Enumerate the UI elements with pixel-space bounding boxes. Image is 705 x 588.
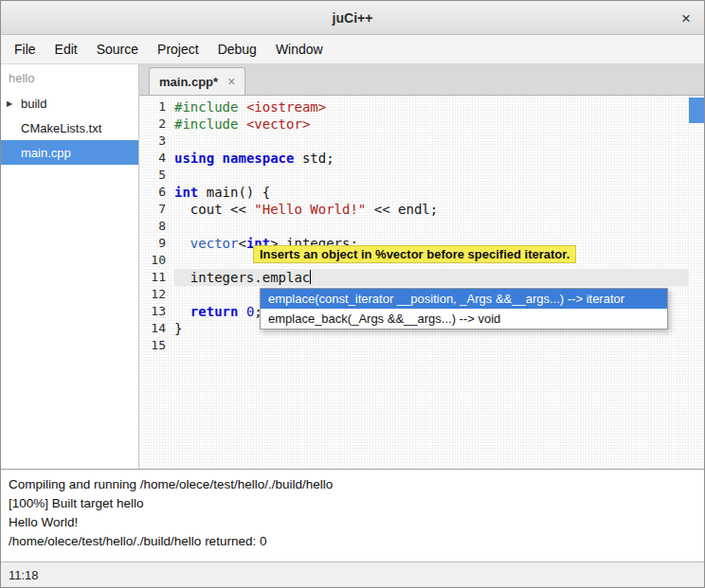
completion-item[interactable]: emplace(const_iterator __position, _Args… — [261, 289, 667, 309]
editor-scrollbar-thumb[interactable] — [689, 98, 704, 123]
editor[interactable]: 1#include <iostream>2#include <vector>34… — [139, 96, 704, 469]
window-title: juCi++ — [333, 10, 373, 26]
line-number: 7 — [139, 201, 174, 218]
cursor-position: 11:18 — [9, 568, 39, 582]
line-number: 9 — [139, 235, 174, 252]
tab-label: main.cpp* — [159, 75, 218, 89]
code-line[interactable]: 6int main() { — [139, 184, 704, 201]
code-text: using namespace std; — [174, 150, 689, 167]
line-number: 1 — [139, 98, 174, 116]
menu-item-window[interactable]: Window — [266, 35, 333, 63]
code-line[interactable]: 2#include <vector> — [139, 116, 704, 133]
sidebar: hello ▶buildCMakeLists.txtmain.cpp — [1, 64, 139, 469]
content-area: main.cpp* × 1#include <iostream>2#includ… — [139, 64, 704, 469]
menu-item-source[interactable]: Source — [87, 35, 148, 63]
main-area: hello ▶buildCMakeLists.txtmain.cpp main.… — [1, 64, 704, 469]
menu-item-debug[interactable]: Debug — [208, 35, 266, 63]
tree-item-main-cpp[interactable]: main.cpp — [1, 140, 138, 165]
code-text: integers.emplac — [174, 269, 689, 286]
tree-item-label: main.cpp — [21, 146, 71, 160]
output-line: Compiling and running /home/olece/test/h… — [9, 475, 696, 494]
line-number: 15 — [139, 337, 174, 354]
titlebar[interactable]: juCi++ × — [1, 1, 704, 35]
project-name: hello — [1, 66, 138, 91]
output-line: Hello World! — [9, 513, 696, 532]
menu-item-edit[interactable]: Edit — [45, 35, 87, 63]
expander-icon[interactable]: ▶ — [7, 99, 12, 108]
line-number: 8 — [139, 218, 174, 235]
code-text: cout << "Hello World!" << endl; — [174, 201, 689, 218]
code-line[interactable]: 7 cout << "Hello World!" << endl; — [139, 201, 704, 218]
code-line[interactable]: 1#include <iostream> — [139, 98, 704, 116]
completion-popup: emplace(const_iterator __position, _Args… — [260, 288, 668, 330]
line-number: 4 — [139, 150, 174, 167]
code-text — [174, 133, 689, 150]
output-line: /home/olece/test/hello/./build/hello ret… — [9, 532, 696, 551]
line-number: 14 — [139, 320, 174, 337]
close-icon[interactable]: × — [681, 9, 691, 26]
code-text — [174, 167, 689, 184]
output-panel: Compiling and running /home/olece/test/h… — [1, 469, 704, 561]
line-number: 12 — [139, 286, 174, 303]
line-number: 3 — [139, 133, 174, 150]
code-line[interactable]: 3 — [139, 133, 704, 150]
text-cursor — [310, 270, 311, 284]
tab-main-cpp[interactable]: main.cpp* × — [149, 67, 245, 95]
tab-close-icon[interactable]: × — [227, 75, 235, 88]
line-number: 10 — [139, 252, 174, 269]
menu-item-file[interactable]: File — [5, 35, 45, 63]
code-text: #include <iostream> — [174, 98, 689, 116]
doc-tooltip: Inserts an object in %vector before spec… — [253, 245, 576, 263]
tree-item-label: build — [21, 97, 46, 111]
line-number: 11 — [139, 269, 174, 286]
tree-item-label: CMakeLists.txt — [21, 121, 101, 135]
output-line: [100%] Built target hello — [9, 494, 696, 513]
line-number: 13 — [139, 303, 174, 320]
code-line[interactable]: 15 — [139, 337, 704, 354]
completion-item[interactable]: emplace_back(_Args &&__args...) --> void — [261, 309, 667, 329]
menu-bar: FileEditSourceProjectDebugWindow — [1, 35, 704, 64]
menu-item-project[interactable]: Project — [148, 35, 208, 63]
code-line[interactable]: 11 integers.emplac — [139, 269, 704, 286]
line-number: 2 — [139, 116, 174, 133]
code-text: #include <vector> — [174, 116, 689, 133]
line-number: 5 — [139, 167, 174, 184]
code-text — [174, 218, 689, 235]
tab-bar: main.cpp* × — [139, 64, 704, 96]
status-bar: 11:18 — [1, 561, 704, 587]
line-number: 6 — [139, 184, 174, 201]
code-line[interactable]: 4using namespace std; — [139, 150, 704, 167]
window: juCi++ × FileEditSourceProjectDebugWindo… — [0, 0, 705, 588]
file-tree: ▶buildCMakeLists.txtmain.cpp — [1, 91, 138, 165]
code-text — [174, 337, 689, 354]
tree-item-cmakelists-txt[interactable]: CMakeLists.txt — [1, 116, 138, 140]
code-line[interactable]: 5 — [139, 167, 704, 184]
code-line[interactable]: 8 — [139, 218, 704, 235]
tree-item-build[interactable]: ▶build — [1, 91, 138, 116]
code-text: int main() { — [174, 184, 689, 201]
